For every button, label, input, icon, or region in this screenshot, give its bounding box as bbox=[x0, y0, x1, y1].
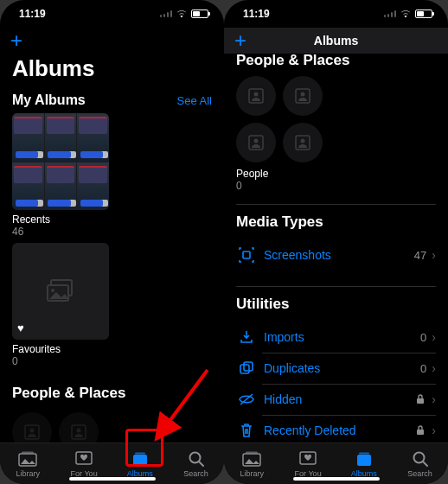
tab-label: For You bbox=[295, 469, 322, 478]
svg-rect-31 bbox=[357, 455, 371, 466]
annotation-box bbox=[125, 429, 163, 467]
svg-line-34 bbox=[423, 462, 427, 466]
chevron-right-icon: › bbox=[432, 392, 436, 406]
status-time: 11:19 bbox=[19, 8, 46, 20]
hidden-icon bbox=[236, 392, 257, 407]
svg-rect-27 bbox=[417, 430, 424, 435]
svg-rect-24 bbox=[244, 362, 253, 371]
tab-albums[interactable]: Albums bbox=[336, 450, 393, 478]
for-you-icon bbox=[299, 450, 317, 468]
svg-point-15 bbox=[254, 92, 259, 97]
album-label: Recents bbox=[12, 213, 109, 226]
tab-search[interactable]: Search bbox=[168, 450, 224, 478]
tab-label: Library bbox=[240, 469, 265, 478]
row-count: 47 bbox=[414, 249, 426, 262]
wifi-icon bbox=[400, 10, 412, 18]
row-label: Screenshots bbox=[257, 248, 414, 262]
tab-label: Albums bbox=[351, 469, 377, 478]
media-types-title: Media Types bbox=[224, 208, 448, 236]
svg-point-19 bbox=[254, 139, 259, 143]
home-indicator[interactable] bbox=[69, 477, 156, 481]
people-places-title: People & Places bbox=[0, 379, 224, 407]
row-imports[interactable]: Imports 0 › bbox=[224, 322, 448, 353]
home-indicator[interactable] bbox=[293, 477, 380, 481]
album-tile-recents[interactable]: Recents 46 bbox=[12, 113, 109, 238]
battery-icon bbox=[191, 10, 208, 18]
trash-icon bbox=[236, 423, 257, 438]
tab-label: Search bbox=[183, 469, 208, 478]
tab-library[interactable]: Library bbox=[224, 450, 280, 478]
status-bar: 11:19 bbox=[0, 0, 224, 28]
nav-bar: + Albums bbox=[224, 28, 448, 54]
wifi-icon bbox=[176, 10, 188, 18]
see-all-link[interactable]: See All bbox=[177, 94, 212, 107]
people-count: 0 bbox=[224, 180, 448, 192]
my-albums-title: My Albums bbox=[12, 92, 86, 108]
row-duplicates[interactable]: Duplicates 0 › bbox=[224, 353, 448, 384]
utilities-list: Imports 0 › Duplicates 0 › Hidden bbox=[224, 318, 448, 443]
add-button[interactable]: + bbox=[10, 30, 22, 51]
phone-left: 11:19 + Albums My Albums See All Recents bbox=[0, 0, 224, 484]
lock-icon bbox=[416, 394, 425, 404]
row-screenshots[interactable]: Screenshots 47 › bbox=[224, 239, 448, 271]
add-button[interactable]: + bbox=[234, 30, 246, 51]
chevron-right-icon: › bbox=[432, 361, 436, 375]
cellular-icon bbox=[160, 10, 172, 17]
lock-icon bbox=[416, 425, 425, 436]
row-label: Imports bbox=[257, 330, 420, 344]
tab-for-you[interactable]: For You bbox=[56, 450, 112, 478]
svg-rect-26 bbox=[417, 398, 424, 404]
people-circle[interactable] bbox=[283, 123, 323, 162]
duplicates-icon bbox=[236, 360, 257, 376]
album-tile-favourites[interactable]: ♥ Favourites 0 bbox=[12, 243, 109, 367]
row-count: 0 bbox=[420, 331, 426, 344]
library-icon bbox=[242, 450, 261, 468]
svg-rect-8 bbox=[22, 451, 34, 453]
tab-library[interactable]: Library bbox=[0, 450, 56, 478]
row-count: 0 bbox=[420, 362, 426, 375]
library-icon bbox=[18, 450, 37, 468]
people-circle[interactable] bbox=[59, 412, 99, 443]
svg-point-6 bbox=[77, 429, 81, 433]
people-places-title: People & Places bbox=[224, 54, 448, 69]
content-area: People & Places People 0 Media Types bbox=[224, 54, 448, 443]
status-icons bbox=[384, 10, 432, 18]
favourites-thumbnail: ♥ bbox=[12, 243, 109, 340]
row-recently-deleted[interactable]: Recently Deleted › bbox=[224, 415, 448, 443]
people-circle[interactable] bbox=[12, 412, 52, 443]
tab-for-you[interactable]: For You bbox=[280, 450, 336, 478]
people-circle[interactable] bbox=[283, 76, 323, 116]
tab-label: Albums bbox=[127, 469, 153, 478]
recents-thumbnail bbox=[12, 113, 109, 210]
svg-rect-23 bbox=[240, 365, 249, 373]
heart-icon: ♥ bbox=[17, 322, 24, 334]
nav-title: Albums bbox=[224, 34, 448, 48]
photo-stack-icon bbox=[46, 278, 75, 304]
row-label: Recently Deleted bbox=[257, 424, 416, 437]
albums-icon bbox=[355, 450, 373, 468]
status-icons bbox=[160, 10, 208, 18]
utilities-title: Utilities bbox=[224, 290, 448, 318]
svg-point-21 bbox=[301, 139, 305, 143]
chevron-right-icon: › bbox=[432, 248, 436, 262]
tab-search[interactable]: Search bbox=[392, 450, 448, 478]
svg-point-4 bbox=[30, 429, 35, 433]
divider bbox=[236, 286, 436, 287]
import-icon bbox=[236, 329, 257, 345]
status-bar: 11:19 bbox=[224, 0, 448, 28]
row-hidden[interactable]: Hidden › bbox=[224, 384, 448, 415]
search-icon bbox=[412, 450, 429, 468]
svg-line-13 bbox=[199, 462, 203, 466]
svg-rect-32 bbox=[359, 452, 369, 454]
content-area: Albums My Albums See All Recents 46 ♥ Fa… bbox=[0, 54, 224, 443]
media-types-list: Screenshots 47 › bbox=[224, 236, 448, 274]
nav-bar: + bbox=[0, 28, 224, 54]
my-albums-header: My Albums See All bbox=[0, 89, 224, 113]
people-thumbs bbox=[224, 71, 362, 164]
people-circle[interactable] bbox=[236, 123, 276, 162]
tab-label: For You bbox=[71, 469, 98, 478]
people-circle[interactable] bbox=[236, 76, 276, 116]
screenshots-icon bbox=[236, 247, 257, 263]
people-thumbs bbox=[0, 407, 138, 443]
svg-rect-29 bbox=[246, 451, 258, 453]
